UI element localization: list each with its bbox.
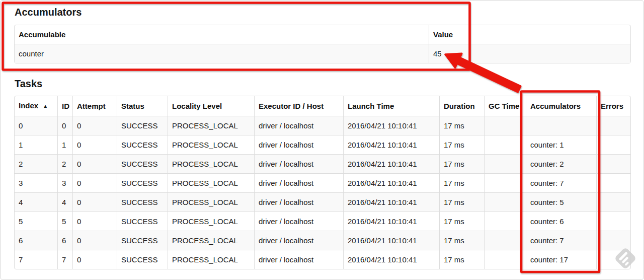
task-row: 330SUCCESSPROCESS_LOCALdriver / localhos… (15, 173, 631, 192)
task-cell-accumulators: counter: 5 (526, 192, 596, 212)
task-cell-gc-time (484, 173, 526, 192)
task-cell-executor-id-host: driver / localhost (254, 173, 343, 192)
task-cell-index: 2 (15, 154, 57, 173)
column-header-executor-id-host[interactable]: Executor ID / Host (254, 96, 343, 116)
task-row: 000SUCCESSPROCESS_LOCALdriver / localhos… (15, 116, 631, 135)
task-cell-index: 3 (15, 173, 57, 192)
column-header-id[interactable]: ID (57, 96, 72, 116)
tasks-table-body: 000SUCCESSPROCESS_LOCALdriver / localhos… (15, 116, 631, 269)
task-cell-launch-time: 2016/04/21 10:10:41 (343, 135, 439, 154)
task-row: 440SUCCESSPROCESS_LOCALdriver / localhos… (15, 192, 631, 212)
task-row: 110SUCCESSPROCESS_LOCALdriver / localhos… (15, 135, 631, 154)
task-cell-id: 0 (57, 116, 72, 135)
tasks-table: Index▲ ID Attempt Status Locality Level … (14, 96, 631, 269)
task-cell-locality-level: PROCESS_LOCAL (168, 154, 254, 173)
task-cell-attempt: 0 (72, 231, 117, 250)
spark-ui-stage-page: { "accumulators_section": { "title": "Ac… (0, 0, 644, 280)
column-header-value[interactable]: Value (429, 25, 631, 44)
task-cell-duration: 17 ms (439, 116, 484, 135)
task-cell-accumulators: counter: 6 (526, 212, 596, 231)
task-cell-gc-time (484, 116, 526, 135)
task-cell-locality-level: PROCESS_LOCAL (168, 116, 254, 135)
task-row: 550SUCCESSPROCESS_LOCALdriver / localhos… (15, 212, 631, 231)
task-cell-attempt: 0 (72, 116, 117, 135)
task-row: 660SUCCESSPROCESS_LOCALdriver / localhos… (15, 231, 631, 250)
task-cell-attempt: 0 (72, 135, 117, 154)
task-cell-locality-level: PROCESS_LOCAL (168, 173, 254, 192)
task-cell-locality-level: PROCESS_LOCAL (168, 212, 254, 231)
column-header-accumulable[interactable]: Accumulable (15, 25, 429, 44)
task-cell-locality-level: PROCESS_LOCAL (168, 250, 254, 269)
task-cell-accumulators: counter: 2 (526, 154, 596, 173)
task-cell-duration: 17 ms (439, 135, 484, 154)
task-cell-executor-id-host: driver / localhost (254, 212, 343, 231)
column-header-index[interactable]: Index▲ (15, 96, 57, 116)
tasks-section-title: Tasks (15, 78, 631, 89)
column-header-accumulators[interactable]: Accumulators (526, 96, 596, 116)
task-cell-accumulators: counter: 7 (526, 173, 596, 192)
task-row: 770SUCCESSPROCESS_LOCALdriver / localhos… (15, 250, 631, 269)
accumulable-value-cell: 45 (429, 44, 631, 63)
task-cell-gc-time (484, 231, 526, 250)
task-cell-id: 7 (57, 250, 72, 269)
task-cell-duration: 17 ms (439, 154, 484, 173)
page-content: Accumulators Accumulable Value counter 4… (14, 7, 631, 269)
task-cell-accumulators (526, 116, 596, 135)
task-cell-gc-time (484, 212, 526, 231)
task-cell-gc-time (484, 135, 526, 154)
task-cell-duration: 17 ms (439, 192, 484, 212)
task-cell-errors (596, 173, 631, 192)
accumulable-name-cell: counter (15, 44, 429, 63)
task-cell-launch-time: 2016/04/21 10:10:41 (343, 154, 439, 173)
task-cell-id: 6 (57, 231, 72, 250)
task-cell-duration: 17 ms (439, 173, 484, 192)
task-cell-accumulators: counter: 1 (526, 135, 596, 154)
task-cell-launch-time: 2016/04/21 10:10:41 (343, 192, 439, 212)
task-cell-index: 6 (15, 231, 57, 250)
column-header-errors[interactable]: Errors (596, 96, 631, 116)
task-cell-launch-time: 2016/04/21 10:10:41 (343, 173, 439, 192)
accumulators-header-row: Accumulable Value (15, 25, 631, 44)
task-cell-index: 1 (15, 135, 57, 154)
task-cell-errors (596, 212, 631, 231)
column-header-gc-time[interactable]: GC Time (484, 96, 526, 116)
task-cell-attempt: 0 (72, 173, 117, 192)
task-cell-attempt: 0 (72, 212, 117, 231)
task-cell-gc-time (484, 250, 526, 269)
task-cell-executor-id-host: driver / localhost (254, 231, 343, 250)
task-cell-status: SUCCESS (117, 173, 168, 192)
task-cell-launch-time: 2016/04/21 10:10:41 (343, 116, 439, 135)
accumulators-table: Accumulable Value counter 45 (14, 25, 631, 63)
column-header-attempt[interactable]: Attempt (72, 96, 117, 116)
accumulator-row: counter 45 (15, 44, 631, 63)
task-cell-id: 4 (57, 192, 72, 212)
task-cell-attempt: 0 (72, 250, 117, 269)
task-cell-errors (596, 231, 631, 250)
task-cell-id: 2 (57, 154, 72, 173)
column-header-index-label: Index (19, 101, 38, 110)
task-cell-attempt: 0 (72, 154, 117, 173)
task-cell-executor-id-host: driver / localhost (254, 154, 343, 173)
task-cell-errors (596, 250, 631, 269)
task-cell-errors (596, 192, 631, 212)
task-cell-errors (596, 116, 631, 135)
task-cell-launch-time: 2016/04/21 10:10:41 (343, 250, 439, 269)
task-cell-status: SUCCESS (117, 154, 168, 173)
column-header-status[interactable]: Status (117, 96, 168, 116)
column-header-locality-level[interactable]: Locality Level (168, 96, 254, 116)
task-cell-index: 0 (15, 116, 57, 135)
task-cell-index: 7 (15, 250, 57, 269)
task-cell-index: 5 (15, 212, 57, 231)
task-cell-id: 3 (57, 173, 72, 192)
task-cell-locality-level: PROCESS_LOCAL (168, 192, 254, 212)
task-cell-accumulators: counter: 17 (526, 250, 596, 269)
task-cell-executor-id-host: driver / localhost (254, 192, 343, 212)
task-cell-status: SUCCESS (117, 192, 168, 212)
sort-ascending-icon: ▲ (43, 103, 48, 109)
column-header-launch-time[interactable]: Launch Time (343, 96, 439, 116)
column-header-duration[interactable]: Duration (439, 96, 484, 116)
task-cell-locality-level: PROCESS_LOCAL (168, 135, 254, 154)
task-cell-errors (596, 135, 631, 154)
task-cell-status: SUCCESS (117, 135, 168, 154)
task-cell-status: SUCCESS (117, 231, 168, 250)
